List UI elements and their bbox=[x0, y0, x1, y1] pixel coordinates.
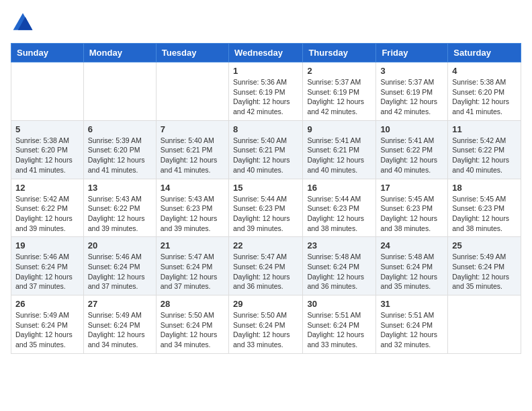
calendar-header-row: SundayMondayTuesdayWednesdayThursdayFrid… bbox=[11, 44, 521, 62]
day-number: 14 bbox=[161, 183, 224, 193]
logo bbox=[11, 11, 38, 35]
day-number: 23 bbox=[307, 240, 371, 250]
calendar-cell: 7Sunrise: 5:40 AM Sunset: 6:21 PM Daylig… bbox=[156, 120, 228, 179]
calendar-week-row: 26Sunrise: 5:49 AM Sunset: 6:24 PM Dayli… bbox=[11, 295, 521, 354]
calendar-cell: 16Sunrise: 5:44 AM Sunset: 6:23 PM Dayli… bbox=[303, 179, 376, 237]
calendar-cell: 10Sunrise: 5:41 AM Sunset: 6:22 PM Dayli… bbox=[376, 120, 448, 179]
day-info: Sunrise: 5:46 AM Sunset: 6:24 PM Dayligh… bbox=[88, 252, 152, 291]
day-number: 5 bbox=[15, 124, 79, 134]
calendar-week-row: 19Sunrise: 5:46 AM Sunset: 6:24 PM Dayli… bbox=[11, 237, 521, 295]
day-info: Sunrise: 5:45 AM Sunset: 6:23 PM Dayligh… bbox=[380, 194, 443, 234]
day-number: 30 bbox=[307, 299, 371, 309]
day-number: 17 bbox=[380, 183, 443, 193]
calendar-cell: 24Sunrise: 5:48 AM Sunset: 6:24 PM Dayli… bbox=[376, 237, 448, 295]
day-number: 25 bbox=[452, 240, 517, 250]
day-number: 6 bbox=[88, 124, 152, 134]
day-info: Sunrise: 5:44 AM Sunset: 6:23 PM Dayligh… bbox=[307, 194, 371, 234]
day-number: 21 bbox=[161, 240, 224, 250]
calendar-cell: 8Sunrise: 5:40 AM Sunset: 6:21 PM Daylig… bbox=[228, 120, 302, 179]
day-number: 31 bbox=[380, 299, 443, 309]
calendar-cell: 31Sunrise: 5:51 AM Sunset: 6:24 PM Dayli… bbox=[376, 295, 448, 354]
day-number: 18 bbox=[452, 183, 517, 193]
day-info: Sunrise: 5:43 AM Sunset: 6:23 PM Dayligh… bbox=[161, 194, 224, 234]
calendar-cell: 26Sunrise: 5:49 AM Sunset: 6:24 PM Dayli… bbox=[11, 295, 84, 354]
day-info: Sunrise: 5:49 AM Sunset: 6:24 PM Dayligh… bbox=[88, 310, 152, 350]
day-info: Sunrise: 5:49 AM Sunset: 6:24 PM Dayligh… bbox=[15, 310, 79, 350]
calendar-header-saturday: Saturday bbox=[448, 44, 521, 62]
calendar-header-sunday: Sunday bbox=[11, 44, 84, 62]
calendar-header-thursday: Thursday bbox=[303, 44, 376, 62]
day-info: Sunrise: 5:44 AM Sunset: 6:23 PM Dayligh… bbox=[233, 194, 298, 234]
day-info: Sunrise: 5:48 AM Sunset: 6:24 PM Dayligh… bbox=[380, 252, 443, 291]
day-info: Sunrise: 5:51 AM Sunset: 6:24 PM Dayligh… bbox=[307, 310, 371, 350]
calendar-cell: 17Sunrise: 5:45 AM Sunset: 6:23 PM Dayli… bbox=[376, 179, 448, 237]
calendar-header-friday: Friday bbox=[376, 44, 448, 62]
day-info: Sunrise: 5:42 AM Sunset: 6:22 PM Dayligh… bbox=[452, 136, 517, 175]
day-number: 10 bbox=[380, 124, 443, 134]
day-number: 29 bbox=[233, 299, 298, 309]
day-number: 24 bbox=[380, 240, 443, 250]
day-info: Sunrise: 5:40 AM Sunset: 6:21 PM Dayligh… bbox=[233, 136, 298, 175]
calendar-week-row: 5Sunrise: 5:38 AM Sunset: 6:20 PM Daylig… bbox=[11, 120, 521, 179]
day-info: Sunrise: 5:37 AM Sunset: 6:19 PM Dayligh… bbox=[380, 77, 443, 117]
calendar-cell: 12Sunrise: 5:42 AM Sunset: 6:22 PM Dayli… bbox=[11, 179, 84, 237]
calendar-cell: 30Sunrise: 5:51 AM Sunset: 6:24 PM Dayli… bbox=[303, 295, 376, 354]
day-info: Sunrise: 5:37 AM Sunset: 6:19 PM Dayligh… bbox=[307, 77, 371, 117]
day-info: Sunrise: 5:43 AM Sunset: 6:22 PM Dayligh… bbox=[88, 194, 152, 234]
calendar-cell: 6Sunrise: 5:39 AM Sunset: 6:20 PM Daylig… bbox=[83, 120, 156, 179]
day-number: 8 bbox=[233, 124, 298, 134]
calendar-cell: 23Sunrise: 5:48 AM Sunset: 6:24 PM Dayli… bbox=[303, 237, 376, 295]
calendar-week-row: 12Sunrise: 5:42 AM Sunset: 6:22 PM Dayli… bbox=[11, 179, 521, 237]
calendar-cell: 11Sunrise: 5:42 AM Sunset: 6:22 PM Dayli… bbox=[448, 120, 521, 179]
calendar-cell: 21Sunrise: 5:47 AM Sunset: 6:24 PM Dayli… bbox=[156, 237, 228, 295]
calendar-cell bbox=[11, 62, 84, 121]
day-number: 22 bbox=[233, 240, 298, 250]
logo-icon bbox=[11, 11, 35, 35]
day-number: 13 bbox=[88, 183, 152, 193]
day-number: 12 bbox=[15, 183, 79, 193]
day-info: Sunrise: 5:45 AM Sunset: 6:23 PM Dayligh… bbox=[452, 194, 517, 234]
day-info: Sunrise: 5:51 AM Sunset: 6:24 PM Dayligh… bbox=[380, 310, 443, 350]
calendar-cell bbox=[83, 62, 156, 121]
day-info: Sunrise: 5:40 AM Sunset: 6:21 PM Dayligh… bbox=[161, 136, 224, 175]
day-info: Sunrise: 5:47 AM Sunset: 6:24 PM Dayligh… bbox=[161, 252, 224, 291]
calendar-cell: 18Sunrise: 5:45 AM Sunset: 6:23 PM Dayli… bbox=[448, 179, 521, 237]
calendar-cell: 20Sunrise: 5:46 AM Sunset: 6:24 PM Dayli… bbox=[83, 237, 156, 295]
day-info: Sunrise: 5:38 AM Sunset: 6:20 PM Dayligh… bbox=[452, 77, 517, 117]
day-info: Sunrise: 5:38 AM Sunset: 6:20 PM Dayligh… bbox=[15, 136, 79, 175]
day-info: Sunrise: 5:47 AM Sunset: 6:24 PM Dayligh… bbox=[233, 252, 298, 291]
calendar-cell: 13Sunrise: 5:43 AM Sunset: 6:22 PM Dayli… bbox=[83, 179, 156, 237]
day-info: Sunrise: 5:39 AM Sunset: 6:20 PM Dayligh… bbox=[88, 136, 152, 175]
calendar-cell bbox=[448, 295, 521, 354]
day-number: 15 bbox=[233, 183, 298, 193]
calendar-header-wednesday: Wednesday bbox=[228, 44, 302, 62]
calendar-cell: 29Sunrise: 5:50 AM Sunset: 6:24 PM Dayli… bbox=[228, 295, 302, 354]
calendar-cell: 5Sunrise: 5:38 AM Sunset: 6:20 PM Daylig… bbox=[11, 120, 84, 179]
day-number: 11 bbox=[452, 124, 517, 134]
calendar-week-row: 1Sunrise: 5:36 AM Sunset: 6:19 PM Daylig… bbox=[11, 62, 521, 121]
calendar-cell: 25Sunrise: 5:49 AM Sunset: 6:24 PM Dayli… bbox=[448, 237, 521, 295]
day-number: 1 bbox=[233, 66, 298, 76]
calendar-cell: 2Sunrise: 5:37 AM Sunset: 6:19 PM Daylig… bbox=[303, 62, 376, 121]
calendar-cell: 3Sunrise: 5:37 AM Sunset: 6:19 PM Daylig… bbox=[376, 62, 448, 121]
calendar-cell: 19Sunrise: 5:46 AM Sunset: 6:24 PM Dayli… bbox=[11, 237, 84, 295]
day-info: Sunrise: 5:48 AM Sunset: 6:24 PM Dayligh… bbox=[307, 252, 371, 291]
day-number: 3 bbox=[380, 66, 443, 76]
calendar-cell: 14Sunrise: 5:43 AM Sunset: 6:23 PM Dayli… bbox=[156, 179, 228, 237]
day-number: 26 bbox=[15, 299, 79, 309]
day-info: Sunrise: 5:41 AM Sunset: 6:21 PM Dayligh… bbox=[307, 136, 371, 175]
day-info: Sunrise: 5:50 AM Sunset: 6:24 PM Dayligh… bbox=[233, 310, 298, 350]
calendar-cell: 22Sunrise: 5:47 AM Sunset: 6:24 PM Dayli… bbox=[228, 237, 302, 295]
day-info: Sunrise: 5:36 AM Sunset: 6:19 PM Dayligh… bbox=[233, 77, 298, 117]
calendar-header-monday: Monday bbox=[83, 44, 156, 62]
day-info: Sunrise: 5:41 AM Sunset: 6:22 PM Dayligh… bbox=[380, 136, 443, 175]
day-info: Sunrise: 5:42 AM Sunset: 6:22 PM Dayligh… bbox=[15, 194, 79, 234]
day-number: 2 bbox=[307, 66, 371, 76]
day-info: Sunrise: 5:49 AM Sunset: 6:24 PM Dayligh… bbox=[452, 252, 517, 291]
page-header bbox=[11, 11, 521, 35]
calendar-cell: 4Sunrise: 5:38 AM Sunset: 6:20 PM Daylig… bbox=[448, 62, 521, 121]
day-number: 9 bbox=[307, 124, 371, 134]
day-info: Sunrise: 5:46 AM Sunset: 6:24 PM Dayligh… bbox=[15, 252, 79, 291]
day-number: 20 bbox=[88, 240, 152, 250]
day-number: 16 bbox=[307, 183, 371, 193]
